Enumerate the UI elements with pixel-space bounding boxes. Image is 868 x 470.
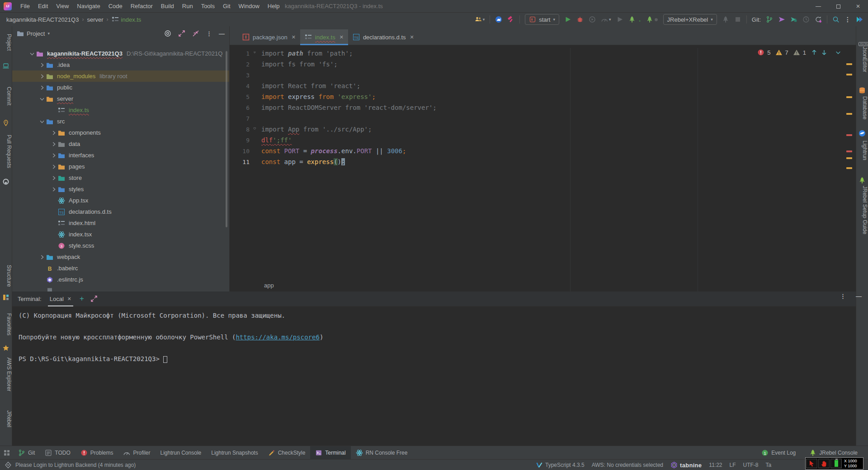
maximize-button[interactable] — [828, 0, 848, 13]
search-everywhere-icon[interactable] — [832, 16, 840, 23]
terminal-output[interactable]: (C) Корпорация Майкрософт (Microsoft Cor… — [12, 306, 856, 362]
stripe-mark[interactable] — [846, 134, 852, 136]
profile-button[interactable] — [589, 16, 596, 23]
tree-item-src[interactable]: <>src — [12, 116, 230, 127]
new-session-button[interactable]: + — [80, 294, 84, 303]
tree-chevron-icon[interactable] — [50, 141, 57, 147]
clock-widget[interactable]: 11:22 — [709, 462, 722, 468]
tree-chevron-icon[interactable] — [38, 118, 46, 125]
hide-panel-button[interactable]: — — [219, 30, 225, 37]
terminal-link[interactable]: https://aka.ms/pscore6 — [236, 334, 319, 341]
run-disabled-button[interactable] — [616, 16, 623, 23]
menu-run[interactable]: Run — [178, 0, 197, 13]
tab-structure[interactable]: Structure — [0, 265, 12, 287]
tree-item-pages[interactable]: pages — [12, 161, 230, 172]
git-update-icon[interactable] — [778, 16, 785, 23]
jrebel-debug-button[interactable] — [646, 16, 658, 23]
tree-chevron-icon[interactable] — [38, 96, 46, 102]
tree-item-index.ts[interactable]: index.ts — [12, 104, 230, 116]
code-area[interactable]: 1import path from 'path';2import fs from… — [230, 48, 437, 167]
tab-jrebel-setup-guide[interactable]: JRebel Setup Guide — [857, 186, 868, 234]
close-icon[interactable]: ✕ — [340, 34, 344, 40]
tree-item-public[interactable]: public — [12, 82, 230, 93]
next-error-icon[interactable] — [821, 49, 828, 56]
close-icon[interactable]: ✕ — [410, 34, 414, 40]
tab-favorites[interactable]: Favorites — [0, 313, 12, 335]
fold-icon[interactable] — [250, 127, 261, 132]
jrebel-icon[interactable] — [859, 177, 866, 184]
tree-item-interfaces[interactable]: TSinterfaces — [12, 150, 230, 161]
more-options-icon[interactable]: ⋮ — [844, 16, 851, 23]
expand-terminal-button[interactable] — [90, 295, 98, 302]
tab-json-editor[interactable]: JsonEditor — [857, 47, 868, 72]
git-push-icon[interactable] — [790, 16, 797, 23]
encoding-widget[interactable]: UTF-8 — [743, 462, 759, 468]
tool-tab-git[interactable]: Git — [13, 446, 40, 460]
laptop-icon[interactable] — [2, 62, 9, 70]
status-message-area[interactable]: Please Login to Lightrun Backend (4 minu… — [5, 461, 136, 469]
tabnine-widget[interactable]: tabnine — [670, 461, 702, 469]
expand-all-button[interactable] — [178, 30, 185, 37]
aws-widget[interactable]: AWS: No credentials selected — [592, 462, 663, 468]
build-hammer-icon[interactable] — [507, 16, 514, 23]
git-branch-icon[interactable] — [766, 16, 773, 23]
jrebel-disabled-button[interactable] — [722, 16, 729, 23]
tree-item-.babelrc[interactable]: B.babelrc — [12, 263, 230, 274]
star-icon[interactable] — [2, 344, 9, 352]
run-button[interactable] — [564, 16, 571, 23]
panel-options-icon[interactable]: ⋮ — [206, 30, 212, 37]
lightrun-logo-icon[interactable] — [856, 16, 863, 23]
tool-tab-checkstyle[interactable]: CheckStyle — [263, 446, 311, 460]
line-separator-widget[interactable]: LF — [729, 462, 736, 468]
menu-help[interactable]: Help — [264, 0, 284, 13]
rollback-icon[interactable] — [815, 16, 822, 23]
collab-users-icon[interactable]: ▾ — [475, 16, 485, 23]
tree-item-.eslintrc.js[interactable]: .eslintrc.js — [12, 274, 230, 285]
hide-terminal-button[interactable]: — — [856, 293, 862, 300]
stripe-mark[interactable] — [846, 96, 852, 98]
tab-jrebel[interactable]: JRebel — [0, 410, 12, 427]
close-button[interactable]: ✕ — [848, 0, 868, 13]
menu-git[interactable]: Git — [219, 0, 235, 13]
tree-item-declarations.d.ts[interactable]: TSdeclarations.d.ts — [12, 206, 230, 217]
tree-chevron-icon[interactable] — [38, 254, 46, 260]
tree-item-node_modules[interactable]: node_moduleslibrary root — [12, 70, 230, 82]
close-icon[interactable]: ✕ — [67, 296, 71, 302]
fold-icon[interactable] — [250, 52, 261, 56]
tree-item-index.html[interactable]: index.html — [12, 217, 230, 229]
terminal-panel[interactable]: Terminal: Local ✕ + (C) Корпорация Майкр… — [12, 291, 856, 446]
inspections-widget[interactable]: 5 7 1 — [757, 49, 828, 56]
tool-tab-lightrun-console[interactable]: Lightrun Console — [156, 446, 207, 460]
stripe-mark[interactable] — [846, 157, 852, 159]
tree-chevron-icon[interactable] — [50, 164, 57, 170]
tab-commit[interactable]: Commit — [0, 87, 12, 105]
tool-switcher-icon[interactable] — [3, 449, 10, 456]
codota-icon[interactable] — [495, 16, 502, 23]
tree-chevron-icon[interactable] — [38, 85, 46, 91]
tab-pull-requests[interactable]: Pull Requests — [0, 135, 12, 168]
close-icon[interactable]: ✕ — [292, 34, 296, 40]
typescript-widget[interactable]: TypeScript 4.3.5 — [536, 461, 585, 469]
editor-tab-index.ts[interactable]: index.ts✕ — [300, 29, 348, 45]
stripe-mark[interactable] — [846, 74, 852, 75]
terminal-tab-local[interactable]: Local ✕ — [48, 291, 73, 306]
tree-item-webpack[interactable]: webpack — [12, 251, 230, 263]
editor-tab-declarations.d.ts[interactable]: TSdeclarations.d.ts✕ — [348, 29, 419, 45]
tree-item-App.tsx[interactable]: App.tsx — [12, 195, 230, 206]
menu-navigate[interactable]: Navigate — [73, 0, 104, 13]
stripe-mark[interactable] — [846, 167, 852, 169]
stripe-down-arrow-icon[interactable] — [835, 50, 841, 56]
prev-error-icon[interactable] — [811, 49, 818, 56]
editor-area[interactable]: package.json✕index.ts✕TSdeclarations.d.t… — [230, 26, 856, 291]
pin-icon[interactable] — [2, 119, 9, 127]
breadcrumb-item[interactable]: server — [87, 16, 103, 23]
menu-build[interactable]: Build — [157, 0, 178, 13]
tree-item-components[interactable]: components — [12, 127, 230, 138]
window-grid-icon[interactable] — [2, 294, 9, 301]
tree-chevron-icon[interactable] — [38, 73, 46, 80]
minimize-button[interactable]: — — [808, 0, 828, 13]
debug-button[interactable] — [576, 16, 584, 23]
profiler-gauge-button[interactable]: ▾ — [601, 16, 611, 23]
stripe-mark[interactable] — [846, 63, 852, 65]
tree-chevron-icon[interactable] — [28, 51, 36, 57]
